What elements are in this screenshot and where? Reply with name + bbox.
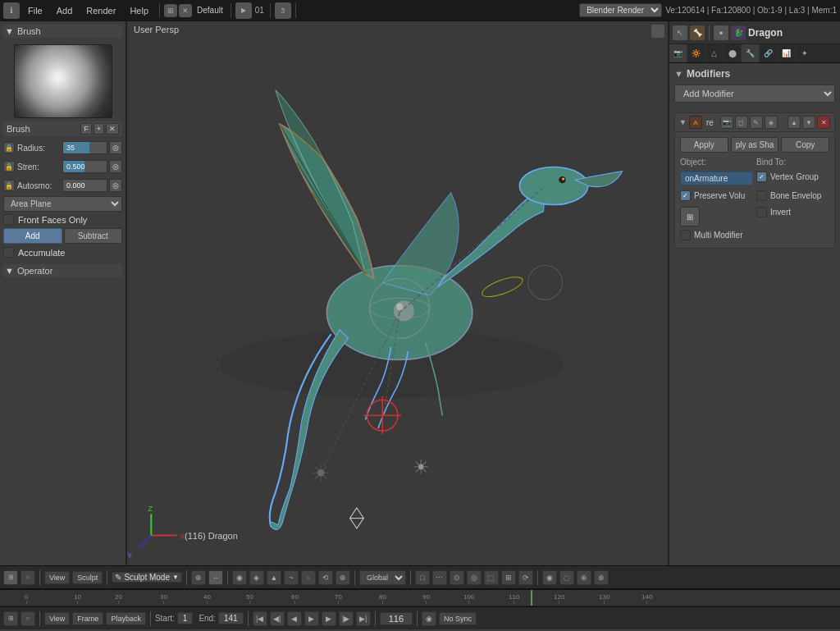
overlay-icon3[interactable]: ⊙ — [450, 570, 464, 585]
timeline-frame-menu[interactable]: Frame — [72, 612, 103, 625]
add-button[interactable]: Add — [3, 228, 62, 244]
brush-tool2[interactable]: ◈ — [249, 570, 264, 585]
tab-particles[interactable]: ✦ — [796, 44, 814, 62]
prop-icon2[interactable]: ◌ — [559, 570, 574, 585]
preserve-volume-checkbox[interactable] — [680, 190, 691, 201]
menu-render[interactable]: Render — [80, 4, 122, 17]
prop-icon4[interactable]: ⊗ — [594, 570, 609, 585]
render-engine-select[interactable]: Blender Render Cycles — [579, 3, 662, 17]
transform-icon[interactable]: ↔ — [208, 570, 223, 585]
mod-cage-icon[interactable]: ◈ — [765, 116, 778, 129]
overlay-icon6[interactable]: ⊞ — [501, 570, 516, 585]
rph-dragon-icon[interactable]: 🐉 — [731, 25, 746, 40]
viewport-corner-icon[interactable] — [651, 25, 664, 38]
prop-icon1[interactable]: ◉ — [542, 570, 557, 585]
timeline-view-menu[interactable]: View — [44, 612, 70, 625]
brush-add-button[interactable]: + — [94, 123, 104, 135]
bone-envelop-checkbox[interactable] — [756, 190, 767, 201]
on-armature-value[interactable]: onArmature — [680, 171, 753, 185]
viewport-2d-icon[interactable]: ○ — [21, 570, 35, 585]
sculpt-menu[interactable]: Sculpt — [72, 571, 103, 584]
subtract-button[interactable]: Subtract — [64, 228, 123, 244]
timeline-view-icon[interactable]: ⊞ — [3, 611, 18, 626]
brush-close-button[interactable]: ✕ — [106, 123, 119, 135]
strength-lock-icon[interactable]: 🔒 — [3, 161, 15, 172]
timeline-ruler[interactable]: 0 10 20 30 40 50 60 70 — [0, 590, 840, 606]
vertex-group-checkbox[interactable] — [756, 171, 767, 182]
operator-triangle[interactable]: ▼ — [5, 266, 14, 276]
end-frame-input[interactable]: 141 — [218, 612, 244, 624]
brush-tool5[interactable]: ◦ — [301, 570, 316, 585]
brush-tool4[interactable]: ~ — [284, 570, 299, 585]
autosmooth-slider[interactable]: 0.000 — [62, 179, 107, 192]
menu-file[interactable]: File — [21, 4, 49, 17]
grid-icon[interactable]: ⊞ — [680, 207, 700, 226]
panel-collapse-triangle[interactable]: ▼ — [5, 26, 14, 36]
play-jump-start[interactable]: |◀ — [253, 611, 267, 626]
rph-dot-icon[interactable]: ● — [714, 25, 728, 40]
copy-button[interactable]: Copy — [781, 137, 829, 153]
tab-camera[interactable]: 📷 — [669, 44, 687, 62]
autosmooth-icon[interactable]: ◎ — [109, 179, 122, 192]
menu-add[interactable]: Add — [50, 4, 80, 17]
play-button[interactable]: ▶ — [304, 611, 319, 626]
ply-as-sha-button[interactable]: ply as Sha — [731, 137, 779, 153]
overlay-icon7[interactable]: ⟳ — [518, 570, 533, 585]
autosmooth-lock-icon[interactable]: 🔒 — [3, 180, 15, 191]
add-modifier-dropdown[interactable]: Add Modifier — [674, 85, 835, 103]
timeline-playback-menu[interactable]: Playback — [106, 612, 146, 625]
timeline-2d-icon[interactable]: ○ — [21, 611, 35, 626]
mod-up-icon[interactable]: ▲ — [788, 116, 801, 129]
play-next-frame[interactable]: ▶ — [322, 611, 336, 626]
modifiers-collapse[interactable]: ▼ — [674, 69, 683, 79]
rph-arrow-icon[interactable]: ↖ — [673, 25, 687, 40]
strength-slider[interactable]: 0.500 — [62, 160, 107, 173]
layout-close-icon[interactable]: ✕ — [179, 4, 192, 17]
brush-tool1[interactable]: ◉ — [232, 570, 247, 585]
mod-render-icon[interactable]: ◻ — [735, 116, 748, 129]
area-plane-dropdown[interactable]: Area Plane — [3, 196, 122, 212]
tab-mesh[interactable]: △ — [705, 44, 724, 62]
radius-icon[interactable]: ◎ — [109, 141, 122, 154]
sculpt-mode-indicator[interactable]: ✎ Sculpt Mode ▼ — [112, 572, 182, 583]
mod-down-icon[interactable]: ▼ — [802, 116, 815, 129]
no-sync-button[interactable]: No Sync — [439, 612, 477, 625]
menu-help[interactable]: Help — [123, 4, 155, 17]
play-prev-frame[interactable]: ◀ — [287, 611, 302, 626]
overlay-icon5[interactable]: ⬚ — [484, 570, 499, 585]
brush-tool6[interactable]: ⟲ — [318, 570, 333, 585]
strength-icon[interactable]: ◎ — [109, 160, 122, 173]
radius-lock-icon[interactable]: 🔒 — [3, 142, 15, 153]
accumulate-checkbox[interactable] — [3, 247, 14, 258]
brush-tool7[interactable]: ⊕ — [336, 570, 350, 585]
mod-camera-icon[interactable]: 📷 — [720, 116, 733, 129]
mod-delete-icon[interactable]: ✕ — [817, 116, 830, 129]
overlay-icon2[interactable]: ⋯ — [432, 570, 447, 585]
tab-data[interactable]: 📊 — [778, 44, 796, 62]
prop-icon3[interactable]: ⊕ — [577, 570, 591, 585]
brush-f-button[interactable]: F — [80, 123, 92, 135]
mod-expand-icon[interactable]: ▼ — [679, 118, 687, 126]
rph-bone-icon[interactable]: 🦴 — [690, 25, 705, 40]
apply-button[interactable]: Apply — [680, 137, 728, 153]
front-faces-checkbox[interactable] — [3, 214, 14, 225]
current-frame-input[interactable]: 116 — [380, 612, 413, 625]
tab-render[interactable]: 🔆 — [687, 44, 705, 62]
multi-modifier-checkbox[interactable] — [680, 230, 691, 240]
keying-icon[interactable]: ◉ — [422, 611, 436, 626]
start-frame-input[interactable]: 1 — [177, 612, 194, 624]
info-icon[interactable]: ℹ — [3, 2, 20, 19]
tab-material[interactable]: ⬤ — [724, 44, 742, 62]
play-next-keyframe[interactable]: |▶ — [339, 611, 354, 626]
brush-tool3[interactable]: ▲ — [267, 570, 281, 585]
mod-edit-icon[interactable]: ✎ — [750, 116, 763, 129]
view-menu[interactable]: View — [44, 571, 70, 584]
overlay-icon1[interactable]: □ — [415, 570, 430, 585]
viewport[interactable]: User Persp — [127, 21, 668, 565]
viewport-type-icon[interactable]: ⊞ — [3, 570, 18, 585]
layout-icon[interactable]: ⊞ — [164, 4, 177, 17]
invert-checkbox[interactable] — [756, 207, 767, 217]
tab-modifier[interactable]: 🔧 — [742, 44, 760, 62]
pivot-icon[interactable]: ⊕ — [191, 570, 206, 585]
overlay-icon4[interactable]: ◎ — [467, 570, 482, 585]
